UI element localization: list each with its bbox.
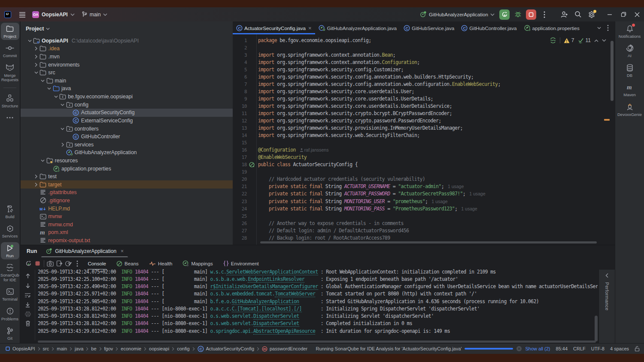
breadcrumb-passwordencoder[interactable]: mpasswordEncoder [262,346,307,352]
project-panel-header[interactable]: Project [21,21,233,36]
tree-item--idea[interactable]: .idea [21,45,233,53]
logger-link[interactable]: TomcatWebServer [275,291,315,297]
sidebar-item-devoxxgenie[interactable]: DevoxxGenie [616,101,644,119]
prev-issue-button[interactable] [594,39,598,42]
more-actions-button[interactable] [539,9,550,20]
sidebar-item-more[interactable] [1,112,19,123]
sidebar-item-maven[interactable]: mMaven [616,81,644,99]
chevron-right-icon[interactable] [33,61,39,68]
logger-link[interactable]: AbstractOpenApiResource [253,328,315,335]
chevron-down-icon[interactable] [39,157,46,164]
tree-item--gitattributes[interactable]: .gitattributes [21,189,233,197]
warnings-counter[interactable]: 7 [564,37,574,43]
tree-item-actuatorsecurityconfig[interactable]: CActuatorSecurityConfig [21,109,233,117]
minimize-button[interactable] [603,7,617,21]
project-widget[interactable]: OA OopsieAPI [32,11,75,18]
sidebar-item-run[interactable]: Run [1,242,19,260]
tree-item-java[interactable]: java [21,85,233,93]
caret-position-widget[interactable]: 85:44 [556,346,568,351]
vcs-branch-widget[interactable]: main [82,11,107,18]
tree-item-config[interactable]: config [21,100,233,109]
tree-item-target[interactable]: target [21,180,233,189]
next-issue-button[interactable] [602,39,606,42]
down-stack-trace-button[interactable] [24,282,31,289]
clear-console-button[interactable] [24,320,31,327]
logger-link[interactable]: DispatcherServlet [253,320,299,327]
editor-tab-githubcontroller-java[interactable]: CGitHubController.java [458,21,520,34]
chevron-right-icon[interactable] [33,53,39,60]
tree-item-services[interactable]: services [21,140,233,149]
rerun-button[interactable] [25,260,32,267]
sidebar-item-commit[interactable]: Commit [1,42,19,60]
tree-item-application-properties[interactable]: application.properties [21,164,233,173]
editor-tab-githubservice-java[interactable]: CGitHubService.java [400,21,458,34]
chevron-down-icon[interactable] [52,93,59,100]
breadcrumb-java[interactable]: java [75,346,83,351]
sidebar-item-git[interactable]: Git [1,325,19,342]
breadcrumb-oopsieapi[interactable]: OopsieAPI [5,346,35,351]
tree-item-main[interactable]: main [21,77,233,85]
search-everywhere-button[interactable] [572,9,583,20]
breadcrumb-economie[interactable]: economie [121,346,141,351]
restore-button[interactable] [617,7,630,21]
chevron-down-icon[interactable] [59,101,66,108]
tree-item--mvn[interactable]: .mvn [21,53,233,61]
breadcrumb-be[interactable]: be [91,346,96,351]
run-tab-githubanalyzerapplication[interactable]: GitHubAnalyzerApplication × [41,245,128,257]
indent-widget[interactable]: 4 spaces [610,346,629,351]
tree-item-githubcontroller[interactable]: CGitHubController [21,133,233,141]
editor-horizontal-scrollbar[interactable] [260,241,597,243]
chevron-down-icon[interactable] [33,69,39,76]
editor-tab-actuatorsecurityconfig-java[interactable]: CActuatorSecurityConfig.java× [233,21,315,34]
chevron-right-icon[interactable] [33,45,39,52]
chevron-down-icon[interactable] [39,77,46,84]
sidebar-item-sonarqube[interactable]: SonarQube for IDE [1,262,19,283]
tree-item-oopsieapi[interactable]: OopsieAPIC:\data\code\java\OopsieAPI [21,37,233,45]
readonly-lock-icon[interactable] [635,346,640,352]
up-stack-trace-button[interactable] [24,273,31,280]
soft-wrap-button[interactable] [24,292,31,298]
hidden-tabs-chevron-icon[interactable] [597,27,601,29]
sidebar-item-build[interactable]: Build [1,203,19,221]
console-output[interactable]: 2025-09-19T13:42:24.075+02:00 INFO 18404… [35,268,598,338]
breadcrumb-actuatorsecurityconfig[interactable]: CActuatorSecurityConfig [197,346,255,352]
coverage-icon[interactable] [65,260,72,267]
warning-stripe-mark[interactable] [604,119,610,121]
chevron-right-icon[interactable] [33,181,39,188]
line-separator-widget[interactable]: CRLF [573,346,586,351]
breadcrumb-config[interactable]: config [177,346,189,351]
cancel-progress-button[interactable] [516,346,522,352]
code-with-me-button[interactable] [559,9,570,20]
chevron-down-icon[interactable] [26,37,33,44]
sidebar-item-services[interactable]: Services [1,222,19,240]
tab-options-kebab-icon[interactable] [607,24,609,31]
editor-tab-application-properties[interactable]: application.properties [520,21,583,34]
sidebar-item-ai[interactable]: AI [616,42,644,60]
thread-dump-icon[interactable] [47,260,54,267]
rerun-button[interactable] [499,9,510,20]
sidebar-item-db[interactable]: DB [616,62,644,79]
logger-link[interactable]: DispatcherServlet [253,313,299,319]
tree-item-repomix-output-txt[interactable]: repomix-output.txt [21,237,233,245]
console-horizontal-scrollbar[interactable] [38,341,596,343]
close-tab-icon[interactable]: × [308,25,312,31]
editor-tab-githubanalyzerapplication-java[interactable]: GitHubAnalyzerApplication.java [315,21,400,34]
close-icon[interactable]: × [121,248,124,254]
chevron-down-icon[interactable] [59,125,66,132]
tree-item-mvnw-cmd[interactable]: mvnw.cmd [21,221,233,229]
restart-icon[interactable] [56,260,63,267]
tree-item-src[interactable]: src [21,69,233,77]
main-menu-button[interactable] [16,8,28,21]
tree-item--gitignore[interactable]: .gitignore [21,197,233,205]
spring-bean-gutter-icon[interactable] [249,162,255,167]
logger-link[interactable]: GitHubAnalyzerApplication [232,298,299,305]
kebab-menu-icon[interactable] [74,260,81,267]
stop-button[interactable] [34,260,41,267]
logger-link[interactable]: ServletWebServerApplicationContext [226,269,318,275]
sidebar-item-problems[interactable]: Problems [1,305,19,323]
tree-item-environments[interactable]: environments [21,61,233,69]
sidebar-item-structure[interactable]: Structure [1,92,19,110]
encoding-widget[interactable]: UTF-8 [591,346,605,351]
run-configuration-widget[interactable]: GitHubAnalyzerApplication [419,11,495,18]
close-button[interactable] [630,7,644,21]
